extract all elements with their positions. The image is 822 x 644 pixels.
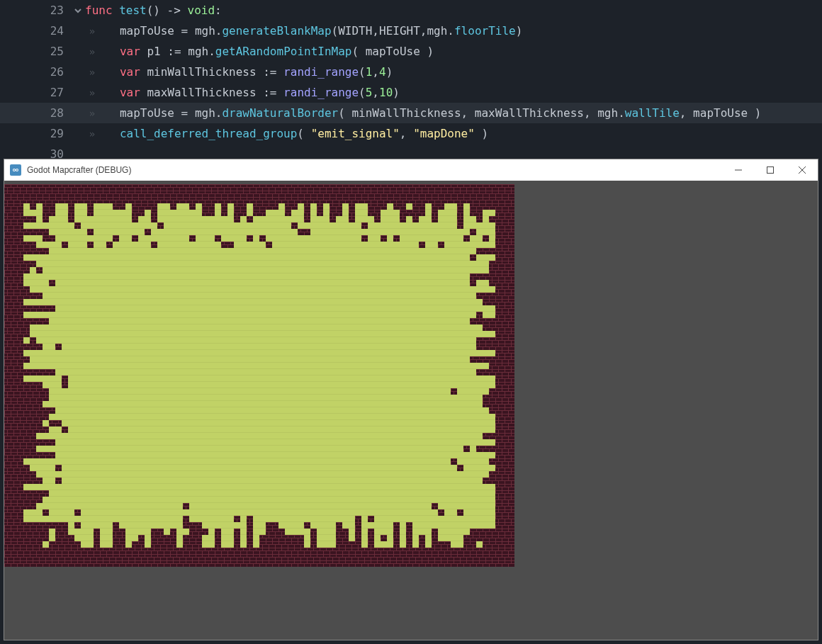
code-text: var minWallThickness := randi_range(1,4) [99,65,393,79]
indent-guide: » [85,128,99,140]
code-line[interactable]: 27 » var maxWallThickness := randi_range… [0,82,822,103]
code-text: func test() -> void: [85,4,222,17]
line-number: 23 [0,4,71,17]
titlebar[interactable]: Godot Mapcrafter (DEBUG) [4,159,818,181]
godot-icon [10,164,21,176]
indent-guide: » [85,108,99,119]
indent-guide: » [85,26,99,37]
code-line[interactable]: 26 » var minWallThickness := randi_range… [0,62,822,82]
window-controls [722,159,818,181]
game-window: Godot Mapcrafter (DEBUG) [4,159,818,640]
svg-point-2 [13,169,15,171]
code-line-current[interactable]: 28 » mapToUse = mgh.drawNaturalBorder( m… [0,103,822,123]
maximize-button[interactable] [754,159,786,181]
indent-guide: » [85,87,99,98]
code-line[interactable]: 29 » call_deferred_thread_group( "emit_s… [0,123,822,144]
close-button[interactable] [786,159,818,181]
code-text: var p1 := mgh.getARandomPointInMap( mapT… [99,45,434,58]
line-number: 29 [0,127,71,140]
game-viewport[interactable] [4,181,818,640]
code-line[interactable]: 25 » var p1 := mgh.getARandomPointInMap(… [0,41,822,62]
indent-guide: » [85,67,99,78]
svg-point-3 [16,169,18,171]
code-line[interactable]: 23 func test() -> void: [0,0,822,21]
code-text: mapToUse = mgh.generateBlankMap(WIDTH,HE… [99,24,522,38]
code-text: var maxWallThickness := randi_range(5,10… [99,86,400,99]
code-line[interactable]: 24 » mapToUse = mgh.generateBlankMap(WID… [0,21,822,41]
line-number: 24 [0,24,71,38]
tilemap-canvas [4,184,543,567]
indent-guide: » [85,46,99,57]
window-title: Godot Mapcrafter (DEBUG) [27,165,722,175]
line-number: 27 [0,86,71,99]
code-text: mapToUse = mgh.drawNaturalBorder( minWal… [99,106,761,120]
code-editor[interactable]: 23 func test() -> void: 24 » mapToUse = … [0,0,822,164]
code-text: call_deferred_thread_group( "emit_signal… [99,127,488,140]
svg-rect-5 [767,167,773,174]
line-number: 25 [0,45,71,58]
minimize-button[interactable] [722,159,754,181]
fold-icon[interactable] [71,6,85,15]
line-number: 26 [0,65,71,79]
line-number: 28 [0,106,71,120]
